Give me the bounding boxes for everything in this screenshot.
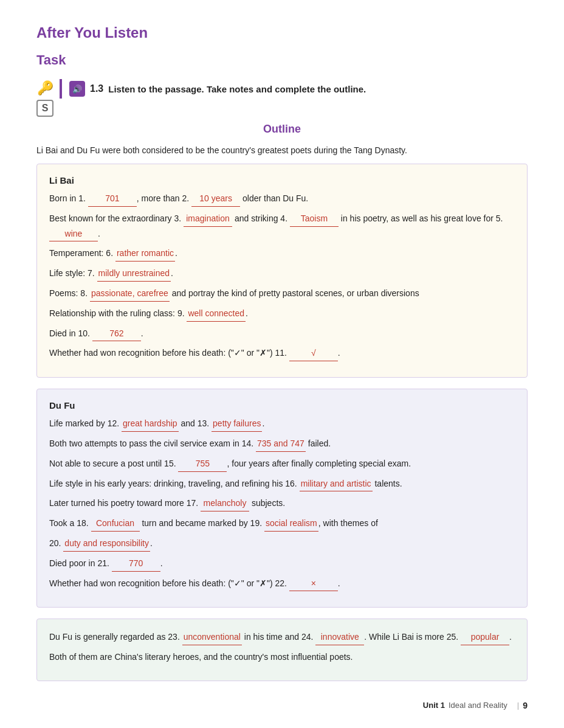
- task-title: Task: [36, 52, 528, 68]
- task-description: Listen to the passage. Take notes and co…: [108, 84, 366, 94]
- answer-13: petty failures: [212, 417, 262, 432]
- du-fu-line-8: Died poor in 21. 770.: [49, 556, 515, 572]
- outline-intro: Li Bai and Du Fu were both considered to…: [36, 145, 528, 155]
- answer-18: Confucian: [91, 516, 140, 532]
- answer-22: ×: [289, 577, 338, 592]
- summary-line-1: Du Fu is generally regarded as 23. uncon…: [49, 630, 515, 645]
- task-number: 1.3: [90, 83, 103, 94]
- du-fu-line-2: Both two attempts to pass the civil serv…: [49, 437, 515, 452]
- li-bai-line-2: Best known for the extraordinary 3. imag…: [49, 212, 515, 242]
- answer-4: Taoism: [290, 212, 339, 227]
- answer-5: wine: [49, 227, 98, 242]
- summary-line-2: Both of them are China's literary heroes…: [49, 650, 515, 665]
- answer-14: 735 and 747: [256, 437, 306, 452]
- answer-20: duty and responsibility: [63, 536, 150, 552]
- du-fu-line-4: Life style in his early years: drinking,…: [49, 477, 515, 492]
- li-bai-line-8: Whether had won recognition before his d…: [49, 346, 515, 361]
- du-fu-section: Du Fu Life marked by 12. great hardship …: [36, 389, 528, 608]
- answer-9: well connected: [187, 307, 246, 322]
- summary-section: Du Fu is generally regarded as 23. uncon…: [36, 619, 528, 681]
- answer-21: 770: [112, 556, 160, 572]
- li-bai-line-5: Poems: 8. passionate, carefree and portr…: [49, 286, 515, 302]
- answer-2: 10 years: [191, 192, 240, 207]
- audio-icon: 🔊: [69, 81, 85, 97]
- footer-page-number: 9: [523, 701, 528, 710]
- after-you-listen-title: After You Listen: [36, 24, 528, 41]
- li-bai-line-1: Born in 1. 701, more than 2. 10 years ol…: [49, 192, 515, 207]
- answer-15: 755: [178, 457, 227, 472]
- footer: Unit 1 Ideal and Reality | 9: [423, 701, 528, 710]
- answer-25: popular: [461, 630, 509, 645]
- li-bai-line-7: Died in 10. 762.: [49, 327, 515, 342]
- li-bai-section: Li Bai Born in 1. 701, more than 2. 10 y…: [36, 164, 528, 378]
- li-bai-line-3: Temperament: 6. rather romantic.: [49, 246, 515, 262]
- answer-11: √: [289, 346, 338, 361]
- key-icon: 🔑: [37, 80, 53, 96]
- answer-3: imagination: [184, 212, 232, 227]
- du-fu-line-7: 20. duty and responsibility.: [49, 536, 515, 552]
- footer-divider: |: [517, 701, 519, 710]
- li-bai-line-6: Relationship with the ruling class: 9. w…: [49, 307, 515, 322]
- answer-10: 762: [92, 327, 141, 342]
- task-bar-line: [60, 79, 62, 99]
- task-bar: 🔊 1.3 Listen to the passage. Take notes …: [60, 79, 366, 99]
- du-fu-line-1: Life marked by 12. great hardship and 13…: [49, 417, 515, 432]
- du-fu-line-6: Took a 18. Confucian turn and became mar…: [49, 516, 515, 532]
- footer-unit-label: Unit 1: [423, 701, 445, 710]
- li-bai-line-4: Life style: 7. mildly unrestrained.: [49, 266, 515, 282]
- answer-16: military and artistic: [300, 477, 373, 492]
- answer-8: passionate, carefree: [90, 286, 170, 302]
- answer-6: rather romantic: [115, 246, 175, 262]
- answer-17: melancholy: [201, 496, 249, 511]
- task-row: 🔑 S 🔊 1.3 Listen to the passage. Take no…: [36, 79, 528, 117]
- task-bar-content: 🔊 1.3 Listen to the passage. Take notes …: [60, 79, 366, 105]
- answer-23: unconventional: [182, 630, 242, 645]
- du-fu-name: Du Fu: [49, 400, 515, 411]
- footer-unit-name: Ideal and Reality: [449, 701, 507, 710]
- icons-column: 🔑 S: [36, 79, 53, 117]
- answer-24: innovative: [315, 630, 364, 645]
- du-fu-line-9: Whether had won recognition before his d…: [49, 577, 515, 592]
- answer-19: social realism: [264, 516, 318, 532]
- answer-7: mildly unrestrained: [97, 266, 171, 282]
- du-fu-line-3: Not able to secure a post until 15. 755,…: [49, 457, 515, 472]
- du-fu-line-5: Later turned his poetry toward more 17. …: [49, 496, 515, 511]
- s-icon: S: [36, 100, 53, 117]
- answer-12: great hardship: [122, 417, 179, 432]
- page: After You Listen Task 🔑 S 🔊 1.3 Listen t…: [0, 0, 564, 728]
- answer-1: 701: [88, 192, 137, 207]
- outline-title: Outline: [36, 123, 528, 136]
- li-bai-name: Li Bai: [49, 175, 515, 185]
